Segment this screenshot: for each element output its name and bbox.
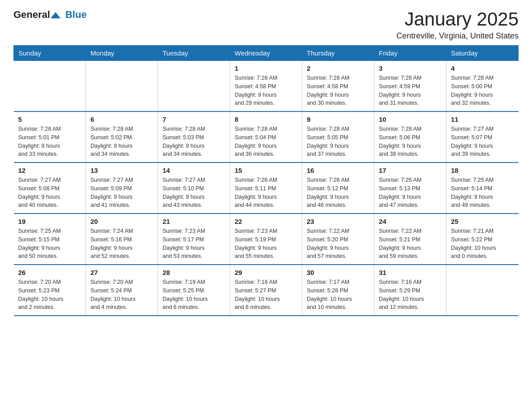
logo-triangle-icon	[51, 10, 60, 20]
calendar-cell	[158, 61, 230, 112]
page-title: January 2025	[396, 9, 519, 30]
day-info: Sunrise: 7:27 AMSunset: 5:09 PMDaylight:…	[90, 176, 153, 210]
day-number: 19	[18, 218, 82, 225]
day-info: Sunrise: 7:28 AMSunset: 5:01 PMDaylight:…	[18, 125, 82, 158]
day-info: Sunrise: 7:28 AMSunset: 4:59 PMDaylight:…	[379, 74, 442, 107]
calendar-cell: 2Sunrise: 7:28 AMSunset: 4:58 PMDaylight…	[302, 61, 374, 112]
day-info: Sunrise: 7:25 AMSunset: 5:14 PMDaylight:…	[451, 176, 514, 210]
calendar-cell: 24Sunrise: 7:22 AMSunset: 5:21 PMDayligh…	[374, 214, 446, 265]
calendar-cell: 22Sunrise: 7:23 AMSunset: 5:19 PMDayligh…	[230, 214, 302, 265]
calendar-cell: 12Sunrise: 7:27 AMSunset: 5:08 PMDayligh…	[14, 163, 86, 214]
calendar-cell: 17Sunrise: 7:25 AMSunset: 5:13 PMDayligh…	[374, 163, 446, 214]
day-number: 28	[163, 269, 225, 276]
day-number: 4	[451, 64, 514, 72]
day-info: Sunrise: 7:28 AMSunset: 5:03 PMDaylight:…	[163, 125, 225, 158]
day-info: Sunrise: 7:22 AMSunset: 5:20 PMDaylight:…	[307, 227, 369, 261]
page-subtitle: Centreville, Virginia, United States	[396, 31, 519, 41]
day-number: 16	[307, 167, 369, 174]
day-number: 3	[379, 64, 442, 72]
day-info: Sunrise: 7:26 AMSunset: 5:11 PMDaylight:…	[235, 176, 297, 210]
day-info: Sunrise: 7:28 AMSunset: 4:58 PMDaylight:…	[307, 74, 369, 107]
day-info: Sunrise: 7:28 AMSunset: 5:05 PMDaylight:…	[307, 125, 369, 158]
calendar-cell: 15Sunrise: 7:26 AMSunset: 5:11 PMDayligh…	[230, 163, 302, 214]
calendar-header-wednesday: Wednesday	[230, 46, 302, 61]
calendar-cell: 30Sunrise: 7:17 AMSunset: 5:28 PMDayligh…	[302, 265, 374, 316]
day-info: Sunrise: 7:28 AMSunset: 5:04 PMDaylight:…	[235, 125, 297, 158]
calendar-cell: 7Sunrise: 7:28 AMSunset: 5:03 PMDaylight…	[158, 111, 230, 163]
day-info: Sunrise: 7:24 AMSunset: 5:16 PMDaylight:…	[90, 227, 153, 261]
day-number: 20	[90, 218, 153, 225]
day-info: Sunrise: 7:22 AMSunset: 5:21 PMDaylight:…	[379, 227, 442, 261]
calendar-week-row: 1Sunrise: 7:28 AMSunset: 4:58 PMDaylight…	[14, 61, 519, 112]
calendar-cell	[446, 265, 519, 316]
day-info: Sunrise: 7:20 AMSunset: 5:23 PMDaylight:…	[18, 278, 82, 312]
calendar-cell: 18Sunrise: 7:25 AMSunset: 5:14 PMDayligh…	[446, 163, 519, 214]
day-number: 10	[379, 116, 442, 123]
calendar-cell: 3Sunrise: 7:28 AMSunset: 4:59 PMDaylight…	[374, 61, 446, 112]
calendar-week-row: 12Sunrise: 7:27 AMSunset: 5:08 PMDayligh…	[14, 163, 519, 214]
calendar-table: SundayMondayTuesdayWednesdayThursdayFrid…	[13, 45, 519, 316]
day-number: 7	[163, 116, 225, 123]
calendar-cell: 10Sunrise: 7:28 AMSunset: 5:06 PMDayligh…	[374, 111, 446, 163]
day-info: Sunrise: 7:17 AMSunset: 5:28 PMDaylight:…	[307, 278, 369, 312]
calendar-cell	[14, 61, 86, 112]
day-number: 5	[18, 116, 82, 123]
calendar-cell: 31Sunrise: 7:16 AMSunset: 5:29 PMDayligh…	[374, 265, 446, 316]
calendar-cell: 27Sunrise: 7:20 AMSunset: 5:24 PMDayligh…	[86, 265, 158, 316]
calendar-cell: 6Sunrise: 7:28 AMSunset: 5:02 PMDaylight…	[86, 111, 158, 163]
calendar-cell: 25Sunrise: 7:21 AMSunset: 5:22 PMDayligh…	[446, 214, 519, 265]
day-number: 21	[163, 218, 225, 225]
calendar-cell: 1Sunrise: 7:28 AMSunset: 4:58 PMDaylight…	[230, 61, 302, 112]
day-number: 6	[90, 116, 153, 123]
day-number: 13	[90, 167, 153, 174]
day-number: 18	[451, 167, 514, 174]
logo-blue: Blue	[65, 9, 87, 21]
calendar-cell: 16Sunrise: 7:26 AMSunset: 5:12 PMDayligh…	[302, 163, 374, 214]
title-section: January 2025 Centreville, Virginia, Unit…	[396, 9, 519, 41]
calendar-header-sunday: Sunday	[14, 46, 86, 61]
day-number: 14	[163, 167, 225, 174]
calendar-cell: 9Sunrise: 7:28 AMSunset: 5:05 PMDaylight…	[302, 111, 374, 163]
day-number: 1	[235, 64, 297, 72]
calendar-cell: 26Sunrise: 7:20 AMSunset: 5:23 PMDayligh…	[14, 265, 86, 316]
calendar-cell: 20Sunrise: 7:24 AMSunset: 5:16 PMDayligh…	[86, 214, 158, 265]
day-number: 12	[18, 167, 82, 174]
calendar-week-row: 26Sunrise: 7:20 AMSunset: 5:23 PMDayligh…	[14, 265, 519, 316]
calendar-header-monday: Monday	[86, 46, 158, 61]
calendar-cell: 29Sunrise: 7:18 AMSunset: 5:27 PMDayligh…	[230, 265, 302, 316]
calendar-week-row: 5Sunrise: 7:28 AMSunset: 5:01 PMDaylight…	[14, 111, 519, 163]
calendar-cell: 8Sunrise: 7:28 AMSunset: 5:04 PMDaylight…	[230, 111, 302, 163]
day-info: Sunrise: 7:18 AMSunset: 5:27 PMDaylight:…	[235, 278, 297, 312]
day-number: 27	[90, 269, 153, 276]
day-number: 2	[307, 64, 369, 72]
day-number: 17	[379, 167, 442, 174]
day-number: 29	[235, 269, 297, 276]
day-number: 30	[307, 269, 369, 276]
calendar-header-tuesday: Tuesday	[158, 46, 230, 61]
day-info: Sunrise: 7:27 AMSunset: 5:10 PMDaylight:…	[163, 176, 225, 210]
calendar-cell: 14Sunrise: 7:27 AMSunset: 5:10 PMDayligh…	[158, 163, 230, 214]
calendar-cell: 21Sunrise: 7:23 AMSunset: 5:17 PMDayligh…	[158, 214, 230, 265]
day-info: Sunrise: 7:20 AMSunset: 5:24 PMDaylight:…	[90, 278, 153, 312]
calendar-cell: 28Sunrise: 7:19 AMSunset: 5:25 PMDayligh…	[158, 265, 230, 316]
day-info: Sunrise: 7:25 AMSunset: 5:15 PMDaylight:…	[18, 227, 82, 261]
logo-general: General	[13, 9, 50, 21]
calendar-cell: 19Sunrise: 7:25 AMSunset: 5:15 PMDayligh…	[14, 214, 86, 265]
calendar-cell: 23Sunrise: 7:22 AMSunset: 5:20 PMDayligh…	[302, 214, 374, 265]
day-info: Sunrise: 7:25 AMSunset: 5:13 PMDaylight:…	[379, 176, 442, 210]
day-info: Sunrise: 7:28 AMSunset: 5:02 PMDaylight:…	[90, 125, 153, 158]
page-header: General Blue January 2025 Centreville, V…	[13, 9, 519, 41]
day-info: Sunrise: 7:27 AMSunset: 5:08 PMDaylight:…	[18, 176, 82, 210]
calendar-cell: 11Sunrise: 7:27 AMSunset: 5:07 PMDayligh…	[446, 111, 519, 163]
day-info: Sunrise: 7:23 AMSunset: 5:17 PMDaylight:…	[163, 227, 225, 261]
day-info: Sunrise: 7:21 AMSunset: 5:22 PMDaylight:…	[451, 227, 514, 261]
day-info: Sunrise: 7:26 AMSunset: 5:12 PMDaylight:…	[307, 176, 369, 210]
day-number: 22	[235, 218, 297, 225]
day-number: 8	[235, 116, 297, 123]
day-info: Sunrise: 7:19 AMSunset: 5:25 PMDaylight:…	[163, 278, 225, 312]
calendar-cell: 13Sunrise: 7:27 AMSunset: 5:09 PMDayligh…	[86, 163, 158, 214]
calendar-cell: 4Sunrise: 7:28 AMSunset: 5:00 PMDaylight…	[446, 61, 519, 112]
calendar-week-row: 19Sunrise: 7:25 AMSunset: 5:15 PMDayligh…	[14, 214, 519, 265]
svg-marker-0	[51, 12, 60, 18]
calendar-cell	[86, 61, 158, 112]
